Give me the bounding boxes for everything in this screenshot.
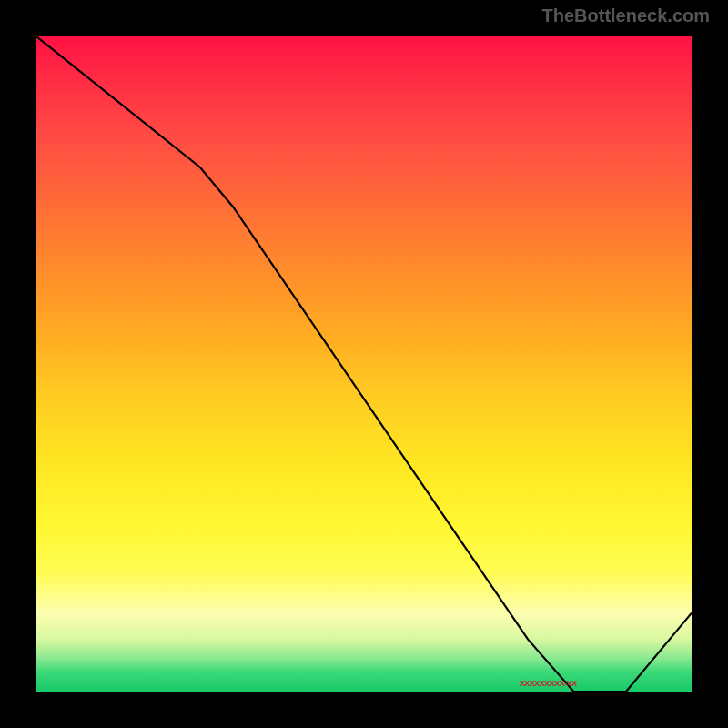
optimum-marker: XXXXXXXXX-XX xyxy=(519,679,576,688)
curve-svg xyxy=(36,36,692,692)
attribution-text: TheBottleneck.com xyxy=(542,5,710,26)
plot-area: XXXXXXXXX-XX xyxy=(36,36,692,692)
bottleneck-curve xyxy=(36,36,692,692)
